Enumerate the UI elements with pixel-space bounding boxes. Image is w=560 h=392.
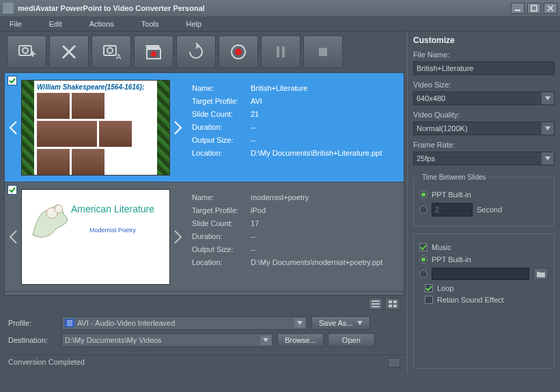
app-icon bbox=[3, 3, 14, 14]
thumb-title: American Literature bbox=[63, 204, 163, 214]
framerate-select[interactable]: 25fps bbox=[413, 152, 555, 165]
time-between-fieldset: Time Between Slides PPT Built-in 2 Secon… bbox=[413, 173, 555, 227]
time-between-label: Time Between Slides bbox=[419, 173, 489, 181]
titlebar: mediAvatar PowerPoint to Video Converter… bbox=[0, 0, 560, 16]
refresh-button[interactable] bbox=[176, 36, 216, 68]
time-custom-radio[interactable] bbox=[419, 206, 428, 214]
view-detail-button[interactable] bbox=[385, 298, 400, 310]
open-button[interactable]: Open bbox=[328, 333, 375, 347]
loop-checkbox[interactable] bbox=[425, 284, 433, 292]
music-fieldset: Music PPT Built-in Loop Retain Sound Eff… bbox=[413, 234, 555, 369]
window-title: mediAvatar PowerPoint to Video Converter… bbox=[18, 4, 511, 12]
item-checkbox[interactable] bbox=[8, 76, 17, 85]
customize-title: Customize bbox=[413, 36, 555, 45]
music-custom-radio[interactable] bbox=[419, 270, 428, 278]
next-slide-button[interactable] bbox=[170, 182, 186, 291]
save-as-button[interactable]: Save As... bbox=[311, 316, 370, 330]
svg-rect-13 bbox=[319, 48, 327, 56]
time-builtin-radio[interactable] bbox=[419, 191, 428, 199]
music-checkbox[interactable] bbox=[419, 243, 428, 251]
svg-rect-21 bbox=[389, 305, 392, 307]
svg-rect-18 bbox=[372, 306, 380, 307]
add-button[interactable] bbox=[7, 36, 46, 68]
music-file-input[interactable] bbox=[432, 268, 529, 280]
videoquality-label: Video Quality: bbox=[413, 111, 555, 119]
prev-slide-button[interactable] bbox=[5, 73, 21, 182]
videosize-select[interactable]: 640x480 bbox=[413, 92, 555, 105]
retain-checkbox[interactable] bbox=[425, 296, 433, 304]
presentation-list: William Shakespeare(1564-1616); Name:Bri… bbox=[4, 72, 404, 296]
item-meta: Name:British+Literature Target Profile:A… bbox=[186, 73, 404, 182]
music-browse-button[interactable] bbox=[533, 268, 548, 280]
delete-button[interactable] bbox=[49, 36, 89, 68]
loop-label: Loop bbox=[437, 284, 453, 292]
svg-rect-12 bbox=[282, 46, 285, 57]
pause-button[interactable] bbox=[261, 36, 300, 68]
videoquality-select[interactable]: Normal(1200K) bbox=[413, 122, 555, 135]
slide-thumbnail: American Literature Modernist Poetry bbox=[21, 189, 170, 285]
view-list-button[interactable] bbox=[368, 298, 383, 310]
svg-rect-19 bbox=[389, 300, 392, 303]
time-seconds-spinner[interactable]: 2 bbox=[432, 203, 473, 216]
statusbar: Conversion Completed bbox=[4, 354, 404, 370]
thumb-caption: William Shakespeare(1564-1616); bbox=[37, 83, 154, 91]
item-checkbox[interactable] bbox=[8, 185, 17, 195]
menu-help[interactable]: Help bbox=[186, 20, 201, 28]
svg-point-10 bbox=[235, 48, 242, 55]
svg-rect-20 bbox=[393, 300, 397, 303]
menu-actions[interactable]: Actions bbox=[89, 20, 114, 28]
list-item[interactable]: William Shakespeare(1564-1616); Name:Bri… bbox=[5, 73, 404, 182]
svg-rect-0 bbox=[515, 10, 520, 11]
svg-point-8 bbox=[151, 51, 156, 57]
prev-slide-button[interactable] bbox=[5, 182, 21, 291]
maximize-button[interactable] bbox=[527, 3, 541, 14]
menubar: File Edit Actions Tools Help bbox=[0, 16, 560, 31]
browse-button[interactable]: Browse... bbox=[277, 333, 324, 347]
second-label: Second bbox=[477, 206, 502, 214]
thumb-subtitle: Modernist Poetry bbox=[63, 227, 163, 234]
destination-combo[interactable]: D:\My Documents\My Videos bbox=[61, 333, 273, 347]
time-builtin-label: PPT Built-in bbox=[432, 191, 471, 199]
profile-combo[interactable]: AVI - Audio-Video Interleaved bbox=[61, 316, 307, 330]
music-builtin-label: PPT Built-in bbox=[432, 255, 471, 264]
minimize-button[interactable] bbox=[511, 3, 524, 14]
svg-rect-11 bbox=[277, 46, 279, 57]
svg-rect-17 bbox=[372, 303, 380, 305]
record-button[interactable] bbox=[219, 36, 258, 68]
menu-edit[interactable]: Edit bbox=[49, 20, 62, 28]
svg-point-3 bbox=[23, 48, 28, 53]
bottom-panel: Profile: AVI - Audio-Video Interleaved S… bbox=[4, 312, 404, 354]
videosize-label: Video Size: bbox=[413, 81, 555, 89]
menu-file[interactable]: File bbox=[10, 20, 22, 28]
destination-label: Destination: bbox=[8, 336, 57, 344]
retain-label: Retain Sound Effect bbox=[437, 296, 504, 304]
music-label: Music bbox=[432, 243, 451, 251]
svg-rect-22 bbox=[393, 305, 397, 307]
item-meta: Name:modernist+poetry Target Profile:iPo… bbox=[186, 182, 404, 291]
framerate-label: Frame Rate: bbox=[413, 141, 555, 149]
svg-rect-16 bbox=[372, 300, 380, 302]
stop-button[interactable] bbox=[303, 36, 343, 68]
status-text: Conversion Completed bbox=[8, 358, 85, 367]
status-toggle-button[interactable] bbox=[388, 358, 400, 367]
music-builtin-radio[interactable] bbox=[419, 255, 428, 264]
list-item[interactable]: American Literature Modernist Poetry Nam… bbox=[5, 182, 404, 292]
slide-thumbnail: William Shakespeare(1564-1616); bbox=[21, 80, 170, 176]
svg-point-5 bbox=[107, 48, 113, 53]
close-button[interactable] bbox=[544, 3, 557, 14]
svg-rect-1 bbox=[531, 5, 537, 11]
customize-panel: Customize File Name: Video Size: 640x480… bbox=[407, 31, 560, 373]
svg-text:A: A bbox=[116, 53, 122, 61]
filename-input[interactable] bbox=[413, 61, 555, 75]
profile-label: Profile: bbox=[8, 319, 57, 327]
next-slide-button[interactable] bbox=[170, 73, 186, 182]
toolbar: A bbox=[4, 36, 404, 68]
svg-point-15 bbox=[55, 205, 63, 213]
clapper-button[interactable] bbox=[134, 36, 173, 68]
menu-tools[interactable]: Tools bbox=[141, 20, 159, 28]
auto-button[interactable]: A bbox=[92, 36, 131, 68]
filename-label: File Name: bbox=[413, 51, 555, 59]
